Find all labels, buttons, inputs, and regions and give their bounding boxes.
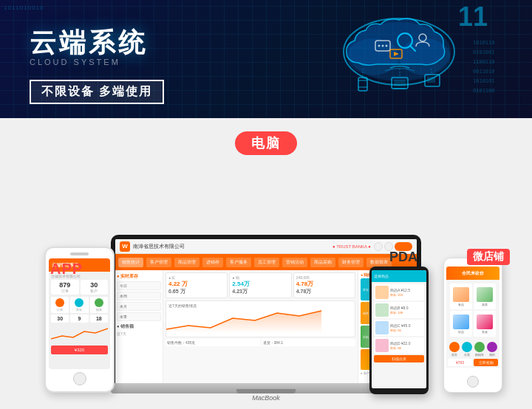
mini-product-img-2 xyxy=(477,287,493,302)
svg-marker-31 xyxy=(166,311,321,333)
pda-action-btn[interactable]: 扫描出库 xyxy=(374,355,424,362)
screen-nav-service[interactable]: 客户服务 xyxy=(226,258,251,267)
svg-rect-17 xyxy=(427,77,435,83)
banner-tagline-box: 不限设备 多端使用 xyxy=(30,80,164,104)
phone-stats-row: 879 订单 30 客户 xyxy=(51,280,108,295)
screen-filter-today[interactable]: 今日 xyxy=(117,281,161,290)
svg-text:0101100: 0101100 xyxy=(473,88,495,94)
pda-item-text-4: 商品D ¥22.0 xyxy=(390,341,411,346)
screen-stat-2: ● 销 2.54万 4.23万 xyxy=(229,272,291,298)
pda-item-price-1: 库存: 253 xyxy=(390,293,410,297)
pda-item-info-2: 商品B ¥8.0 库存: 128 xyxy=(390,306,408,315)
mini-icon-label-3: 购物车 xyxy=(474,353,485,357)
svg-point-8 xyxy=(382,45,384,47)
screen-nav-goods[interactable]: 商品管理 xyxy=(174,258,200,267)
phone-icon-circle-1 xyxy=(55,298,64,307)
weishop-label: 微店铺 xyxy=(467,249,510,265)
pda-item-info-3: 商品C ¥45.0 库存: 56 xyxy=(390,323,411,332)
mini-icon-1: 首页 xyxy=(449,342,460,357)
phone-stat-orders: 879 订单 xyxy=(51,280,79,295)
mini-icon-circle-1 xyxy=(449,342,460,352)
banner-title-chinese: 云端系统 xyxy=(30,30,164,56)
phone-speaker xyxy=(70,252,89,255)
svg-rect-20 xyxy=(394,80,406,86)
screen-nav-staff[interactable]: 员工管理 xyxy=(254,258,279,267)
phone-mini-chart xyxy=(51,324,108,343)
stat-3-sub: 4.78万 xyxy=(296,288,352,295)
phone-customers-label: 客户 xyxy=(82,289,107,293)
phone-home-button[interactable] xyxy=(73,372,86,385)
screen-nav-marketing[interactable]: 营销活动 xyxy=(282,258,307,267)
phone-numbers-row: 30 9 18 xyxy=(51,315,108,323)
mini-icon-label-2: 分类 xyxy=(462,353,472,357)
mini-icon-3: 购物车 xyxy=(474,342,485,357)
stat-1-val1: 4.22 万 xyxy=(168,280,225,288)
phone-num-2: 9 xyxy=(70,315,88,323)
pda-item-price-4: 库存: 98 xyxy=(390,346,411,350)
phone-icon-item-3: 报表 xyxy=(90,297,108,313)
phone-icon-circle-2 xyxy=(75,298,83,307)
mini-icon-2: 分类 xyxy=(462,342,472,357)
pda-item-text-2: 商品B ¥8.0 xyxy=(390,306,408,311)
phone-bottom-btn[interactable]: ¥320 xyxy=(51,346,108,354)
pda-list-item-3: 商品C ¥45.0 库存: 56 xyxy=(374,320,424,336)
svg-text:1100110: 1100110 xyxy=(473,59,495,65)
mini-icon-circle-2 xyxy=(462,342,472,352)
screen-nav-inventory[interactable]: 进销存 xyxy=(202,258,223,267)
screen-info-2: 退货：384.1 xyxy=(262,339,356,346)
screen-nav-finance[interactable]: 财务管理 xyxy=(338,258,364,267)
pda-item-info-4: 商品D ¥22.0 库存: 98 xyxy=(390,341,411,350)
svg-text:11: 11 xyxy=(458,4,488,32)
screen-nav-customers[interactable]: 客户管理 xyxy=(146,258,171,267)
cloud-illustration: 11 1010110 0101001 1100110 0011010 10101… xyxy=(296,4,502,114)
screen-stats-row: ● 实 4.22 万 0.65 万 ● 销 2.54万 4.23万 xyxy=(166,272,355,298)
mini-phone-home-button[interactable] xyxy=(467,376,479,388)
screen-filter-week[interactable]: 本周 xyxy=(117,292,161,300)
banner-left-content: 云端系统 CLOUD SYSTEM 不限设备 多端使用 xyxy=(0,15,164,104)
phone-num-3: 18 xyxy=(90,315,108,323)
phone-num-1: 30 xyxy=(51,315,69,323)
screen-sidebar-date: 近7天 xyxy=(117,331,161,336)
screen-nav-sales[interactable]: 销售统计 xyxy=(118,258,143,267)
phone-icon-row: 订单 库存 报表 xyxy=(51,297,108,313)
svg-text:1010110: 1010110 xyxy=(473,40,495,46)
pda-item-text-1: 商品A ¥12.5 xyxy=(390,288,410,293)
phone-body: 台诚技术有限公司 879 订单 30 客户 xyxy=(49,272,110,357)
screen-nav-purchase[interactable]: 商品采购 xyxy=(310,258,335,267)
mini-products-area: 食品 蔬菜 饮品 美妆 xyxy=(446,280,499,368)
pda-item-price-3: 库存: 56 xyxy=(390,329,411,332)
banner-tagline-text: 不限设备 多端使用 xyxy=(41,85,152,97)
screen-chart: 近7天的销售情况 xyxy=(166,300,355,337)
mini-buy-btn[interactable]: 立即抢购 xyxy=(474,359,498,366)
pda-outer-shell: 选择商品 商品A ¥12.5 库存: 253 xyxy=(369,267,429,394)
mini-header-title: 全民来砍价 xyxy=(462,270,484,277)
screen-filter-month[interactable]: 本月 xyxy=(117,302,161,311)
mini-product-2: 蔬菜 xyxy=(474,283,496,309)
phone-icon-item: 订单 xyxy=(51,297,69,313)
phone-customers-value: 30 xyxy=(82,281,107,289)
pda-item-info-1: 商品A ¥12.5 库存: 253 xyxy=(390,288,410,297)
svg-point-7 xyxy=(378,45,381,47)
screen-left-sidebar: ● 实时库存 今日 本周 本月 本季 ● 销售额 近7天 xyxy=(115,270,163,383)
bottom-section: 电脑 APP PDA 微店铺 云端管理系统 台诚技术有限公司 xyxy=(0,118,532,409)
screen-status: ● TRUST BANKA ● xyxy=(332,244,371,249)
laptop-brand-text: MacBook xyxy=(111,394,421,402)
mini-icon-row: 首页 分类 购物车 我 xyxy=(448,340,498,358)
phone-icon-label-3: 报表 xyxy=(92,308,106,312)
pda-list-item-2: 商品B ¥8.0 库存: 128 xyxy=(374,302,424,318)
mini-icon-label-1: 首页 xyxy=(449,353,460,357)
screen-bottom-info: 销售件数：435克 退货：384.1 xyxy=(166,339,355,346)
mini-product-img-4 xyxy=(477,315,493,329)
pda-screen: 选择商品 商品A ¥12.5 库存: 253 xyxy=(372,270,426,388)
phone-icon-circle-3 xyxy=(95,298,103,307)
mini-products-grid: 食品 蔬菜 饮品 美妆 xyxy=(448,281,498,339)
mini-product-1: 食品 xyxy=(450,283,472,309)
mini-product-name-3: 饮品 xyxy=(458,330,464,334)
mini-icon-4: 我的 xyxy=(487,342,497,357)
screen-logo: W xyxy=(120,241,130,252)
phone-orders-value: 879 xyxy=(52,281,78,289)
stat-2-val1: 2.54万 xyxy=(232,280,288,288)
screen-filter-season[interactable]: 本季 xyxy=(117,312,161,321)
screen-nav-report[interactable]: 数据报表 xyxy=(366,258,392,267)
mini-icon-label-4: 我的 xyxy=(487,353,497,357)
